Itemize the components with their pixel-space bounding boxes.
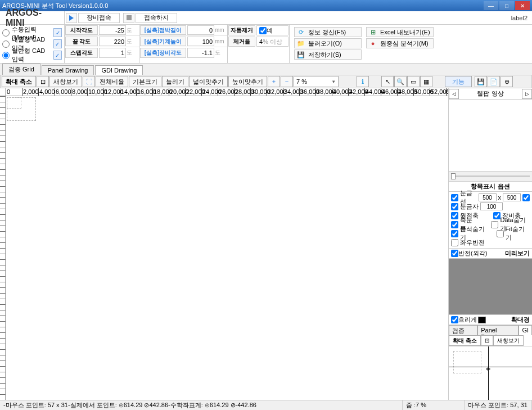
mini-canvas[interactable]: +: [449, 346, 532, 401]
orig-size-button[interactable]: 기본크기: [129, 76, 161, 87]
next-image-button[interactable]: ▷: [522, 89, 532, 99]
equip-angle-label: [실측]장비각도: [140, 48, 186, 58]
remove-rate-value[interactable]: 4 % 이상: [256, 37, 288, 47]
centroid-button[interactable]: ●원중심 분석기(M): [366, 38, 434, 48]
display-options: 눈금선 x 눈금자 원점축장비축 축눈금Data숨기기 분석숨기기Fit숨기기 …: [449, 192, 532, 249]
end-angle-value[interactable]: 220: [99, 37, 126, 46]
statusbar: -마우스 포인트: 57 x 31-실제에서 포인트: ⊙614.29 ⊘442…: [0, 400, 532, 410]
slider-thumb[interactable]: [451, 173, 456, 179]
welding-image-title: 웰팝 영상: [459, 89, 522, 98]
reset-view-button[interactable]: 새창보기: [49, 76, 82, 87]
full-ratio-icon[interactable]: ⛶: [83, 76, 95, 87]
start-angle-value[interactable]: -25: [99, 25, 126, 35]
pointer-icon[interactable]: ↖: [381, 76, 394, 87]
mini-reset-icon[interactable]: ⊡: [481, 335, 493, 346]
mini-tab-panel[interactable]: Panel Drawing: [477, 325, 519, 335]
machine-height-label: [실측]기계높이: [140, 37, 186, 46]
gridtext-checkbox[interactable]: [451, 203, 458, 210]
mini-tab-verify[interactable]: 검증 Grid: [449, 325, 477, 335]
general-radio[interactable]: [2, 52, 10, 59]
disconnect-stop-button[interactable]: [123, 13, 134, 23]
drawing-canvas[interactable]: [6, 96, 448, 401]
full-ratio-button[interactable]: 전체비율: [96, 76, 128, 87]
invert-checkbox[interactable]: [451, 250, 458, 257]
gridtext-input[interactable]: [480, 202, 503, 210]
reset-view-icon[interactable]: ⊡: [37, 76, 49, 87]
refresh-button[interactable]: ⟳정보 갱신(F5): [294, 27, 362, 37]
equip-angle-value[interactable]: -1.1: [187, 48, 214, 58]
blur-checkbox[interactable]: [451, 316, 458, 323]
tab-gdi-drawing[interactable]: GDI Drawing: [95, 65, 143, 75]
auto-remove-value[interactable]: 예: [256, 25, 288, 35]
remove-rate-label: 제거율: [228, 37, 255, 47]
ruler-tick: 8,000: [71, 88, 88, 96]
step-angle-label: 스텝각도: [65, 48, 98, 58]
close-button[interactable]: ✕: [515, 1, 530, 10]
excel-export-button[interactable]: ⊞Excel 내보내기(E): [366, 27, 434, 37]
plus-icon[interactable]: +: [268, 76, 280, 87]
stop-icon: [127, 15, 132, 20]
zoom-button[interactable]: 확대 축소: [2, 76, 36, 87]
tab-verify-grid[interactable]: 검증 Grid: [2, 64, 40, 75]
function-button[interactable]: 기능: [445, 76, 472, 87]
general-check-button[interactable]: ✓: [53, 51, 62, 60]
zoom-combo[interactable]: 7 %: [294, 76, 339, 87]
minimize-button[interactable]: —: [484, 1, 498, 10]
grid-icon[interactable]: ▦: [420, 76, 432, 87]
magnify-icon[interactable]: 🔍: [394, 76, 407, 87]
gridline-checkbox[interactable]: [451, 194, 458, 201]
axis-scale-checkbox[interactable]: [451, 221, 458, 228]
main-area: 02,0004,0006,0008,00010,00012,00014,0001…: [0, 88, 532, 401]
stretch-button[interactable]: 늘리기: [162, 76, 188, 87]
grid-extra-checkbox[interactable]: [522, 194, 530, 201]
add-icon[interactable]: ⊕: [501, 76, 513, 87]
info-icon[interactable]: ℹ: [357, 76, 369, 87]
mini-tab-gi[interactable]: GI: [519, 325, 532, 335]
load-button[interactable]: 📁불러오기(O): [294, 38, 362, 48]
minus-icon[interactable]: −: [281, 76, 293, 87]
maximize-button[interactable]: □: [499, 1, 514, 10]
manual-check-button[interactable]: ✓: [53, 28, 62, 37]
vertical-ruler: [0, 96, 6, 401]
manual-radio[interactable]: [2, 29, 10, 37]
jumbak-label: [실측]점박길이: [140, 25, 186, 35]
crosshair-v: [488, 346, 489, 401]
excel-icon: ⊞: [369, 28, 377, 36]
mini-zoom-button[interactable]: 확대 축소: [449, 335, 481, 346]
connect-play-button[interactable]: [66, 13, 77, 23]
jumbak-value[interactable]: 0: [187, 25, 214, 35]
data-hide-checkbox[interactable]: [491, 221, 498, 228]
prev-image-button[interactable]: ◁: [449, 89, 459, 99]
auto-remove-checkbox[interactable]: [259, 27, 267, 34]
analysis-hide-checkbox[interactable]: [451, 230, 458, 237]
angle-params-column: 시작각도-25도 끝 각도220도 스텝각도1도: [65, 25, 139, 63]
polygon-check-button[interactable]: ✓: [53, 39, 62, 48]
tab-panel-drawing[interactable]: Panel Drawing: [42, 65, 94, 75]
grid-w-input[interactable]: [479, 193, 497, 201]
flip-lr-checkbox[interactable]: [451, 239, 458, 246]
ruler-icon[interactable]: ▭: [407, 76, 420, 87]
doc-icon[interactable]: 📄: [488, 76, 500, 87]
fit-width-button[interactable]: 넓이맞추기: [189, 76, 228, 87]
connect-label[interactable]: 장비접속: [78, 13, 120, 23]
folder-icon: 📁: [297, 39, 305, 47]
grid-h-input[interactable]: [503, 193, 521, 201]
window-title: ARGOS-MINI 분석 Tool Version1.0.0.0: [2, 2, 484, 10]
polygon-radio[interactable]: [2, 40, 10, 48]
origin-axis-checkbox[interactable]: [451, 212, 458, 219]
step-angle-value[interactable]: 1: [99, 48, 126, 58]
disconnect-label[interactable]: 접속하지: [136, 13, 177, 23]
equip-axis-checkbox[interactable]: [493, 212, 501, 219]
end-angle-label: 끝 각도: [65, 37, 98, 46]
dashed-region-2: [7, 97, 21, 109]
ruler-tick: 4,000: [38, 88, 55, 96]
disk-icon[interactable]: 💾: [475, 76, 487, 87]
color-box[interactable]: [478, 317, 486, 323]
fit-height-button[interactable]: 높이맞추기: [228, 76, 267, 87]
image-slider[interactable]: [449, 172, 532, 182]
mini-reset-button[interactable]: 새창보기: [493, 335, 524, 346]
main-tabs: 검증 Grid Panel Drawing GDI Drawing: [0, 64, 532, 75]
save-button[interactable]: 💾저장하기(S): [294, 49, 362, 60]
fit-hide-checkbox[interactable]: [497, 230, 504, 237]
machine-height-value[interactable]: 100: [187, 37, 214, 46]
